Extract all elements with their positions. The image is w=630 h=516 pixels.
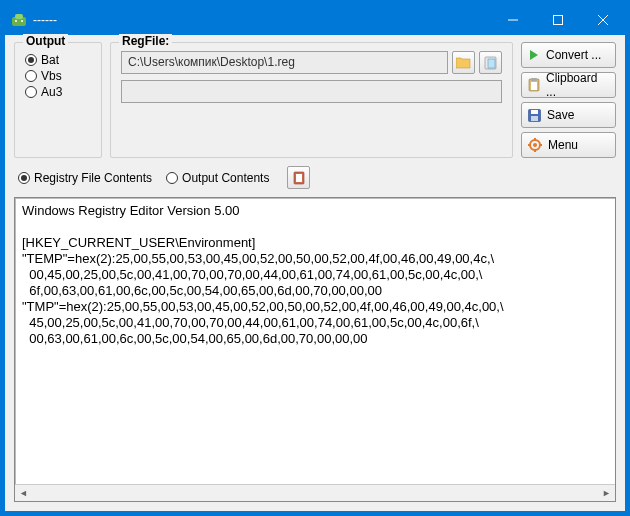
- horizontal-scrollbar[interactable]: ◄ ►: [15, 484, 615, 501]
- regfile-group: RegFile: C:\Users\компик\Desktop\1.reg: [110, 42, 513, 158]
- save-button[interactable]: Save: [521, 102, 616, 128]
- output-group-label: Output: [23, 34, 68, 48]
- gear-icon: [528, 138, 542, 152]
- button-label: Menu: [548, 138, 578, 152]
- radio-label: Vbs: [41, 69, 62, 83]
- view-output-contents[interactable]: Output Contents: [166, 171, 269, 185]
- button-label: Clipboard ...: [546, 71, 609, 99]
- scroll-right-arrow[interactable]: ►: [598, 485, 615, 502]
- clipboard-icon: [293, 171, 305, 185]
- svg-point-17: [533, 143, 537, 147]
- paste-icon: [484, 56, 497, 70]
- output-group: Output Bat Vbs Au3: [14, 42, 102, 158]
- svg-rect-9: [488, 59, 495, 68]
- svg-point-2: [15, 20, 17, 22]
- regfile-group-label: RegFile:: [119, 34, 172, 48]
- svg-rect-12: [531, 82, 537, 90]
- svg-point-3: [21, 20, 23, 22]
- convert-button[interactable]: Convert ...: [521, 42, 616, 68]
- scroll-left-arrow[interactable]: ◄: [15, 485, 32, 502]
- copy-button[interactable]: [287, 166, 310, 189]
- paste-button[interactable]: [479, 51, 502, 74]
- maximize-button[interactable]: [535, 5, 580, 35]
- clipboard-button[interactable]: Clipboard ...: [521, 72, 616, 98]
- regfile-path-input[interactable]: C:\Users\компик\Desktop\1.reg: [121, 51, 448, 74]
- output-option-bat[interactable]: Bat: [25, 53, 91, 67]
- editor-textarea[interactable]: Windows Registry Editor Version 5.00 [HK…: [15, 198, 615, 484]
- client-area: Output Bat Vbs Au3 RegFile: C:\Use: [5, 35, 625, 511]
- output-option-au3[interactable]: Au3: [25, 85, 91, 99]
- app-window: ------ Output Bat Vbs Au3: [4, 4, 626, 512]
- app-icon: [11, 12, 27, 28]
- svg-rect-23: [296, 174, 302, 182]
- browse-button[interactable]: [452, 51, 475, 74]
- play-icon: [528, 49, 540, 61]
- minimize-button[interactable]: [490, 5, 535, 35]
- close-button[interactable]: [580, 5, 625, 35]
- svg-rect-14: [531, 110, 538, 114]
- radio-label: Output Contents: [182, 171, 269, 185]
- menu-button[interactable]: Menu: [521, 132, 616, 158]
- radio-label: Registry File Contents: [34, 171, 152, 185]
- side-buttons: Convert ... Clipboard ... Save Menu: [521, 42, 616, 158]
- view-toggle-row: Registry File Contents Output Contents: [14, 164, 616, 191]
- radio-icon: [25, 86, 37, 98]
- svg-rect-1: [15, 14, 23, 19]
- folder-icon: [456, 56, 471, 69]
- radio-label: Bat: [41, 53, 59, 67]
- window-title: ------: [33, 13, 490, 27]
- titlebar[interactable]: ------: [5, 5, 625, 35]
- regfile-secondary-box: [121, 80, 502, 103]
- svg-rect-15: [531, 116, 538, 121]
- output-option-vbs[interactable]: Vbs: [25, 69, 91, 83]
- radio-icon: [18, 172, 30, 184]
- svg-rect-11: [531, 78, 537, 81]
- button-label: Convert ...: [546, 48, 601, 62]
- svg-rect-5: [553, 16, 562, 25]
- radio-label: Au3: [41, 85, 62, 99]
- radio-icon: [25, 54, 37, 66]
- floppy-icon: [528, 109, 541, 122]
- editor-panel: Windows Registry Editor Version 5.00 [HK…: [14, 197, 616, 502]
- radio-icon: [25, 70, 37, 82]
- clipboard-icon: [528, 78, 540, 92]
- radio-icon: [166, 172, 178, 184]
- view-registry-contents[interactable]: Registry File Contents: [18, 171, 152, 185]
- button-label: Save: [547, 108, 574, 122]
